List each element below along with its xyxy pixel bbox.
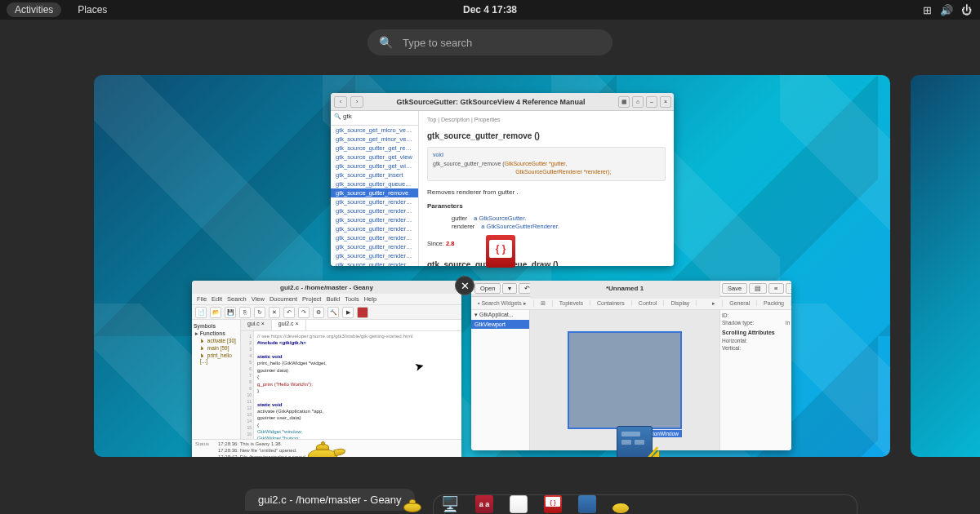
- places-menu[interactable]: Places: [78, 4, 107, 16]
- symbol-item[interactable]: gtk_source_gutter_renderer_draw: [331, 215, 418, 224]
- minimize-button[interactable]: –: [646, 96, 657, 108]
- glade-properties[interactable]: ID:Shadow type:in Scrolling Attributes H…: [719, 310, 791, 450]
- geany-editor[interactable]: gui.c ×gui2.c × 123456789101112131415161…: [241, 320, 461, 439]
- geany-menubar[interactable]: FileEditSearchViewDocumentProjectBuildTo…: [192, 294, 461, 305]
- geany-tabs[interactable]: gui.c ×gui2.c ×: [241, 320, 461, 331]
- proptab-general[interactable]: General: [723, 300, 757, 306]
- symbol-item[interactable]: gtk_source_gutter_queue_draw: [331, 179, 418, 188]
- menu-edit[interactable]: Edit: [212, 295, 222, 303]
- menu-document[interactable]: Document: [270, 295, 297, 303]
- geany-sidebar[interactable]: Symbols ▸ Functions ⏵ activate [30]⏵ mai…: [192, 320, 241, 439]
- window-glade[interactable]: Open ▾ ↶ ↷ *Unnamed 1 Save ▤ ≡ – × • Sea…: [471, 281, 791, 450]
- color-icon[interactable]: [357, 307, 368, 318]
- editor-tab[interactable]: gui2.c ×: [272, 320, 306, 330]
- symbol-item[interactable]: gtk_source_get_micro_version: [331, 126, 418, 135]
- open-file-icon[interactable]: 📂: [210, 307, 221, 318]
- close-button[interactable]: ×: [660, 96, 671, 108]
- dash-devhelp-icon[interactable]: [544, 495, 562, 513]
- minimize-button[interactable]: –: [786, 283, 792, 294]
- symbol-item[interactable]: gtk_source_gutter_renderer_get_alignme..…: [331, 233, 418, 242]
- palette-toplevels[interactable]: Toplevels: [553, 300, 590, 306]
- symbol-item[interactable]: gtk_source_gutter_renderer_get_padding: [331, 260, 418, 266]
- save-button[interactable]: Save: [722, 283, 747, 294]
- dash-files-icon[interactable]: [510, 495, 528, 513]
- symbol-item[interactable]: gtk_source_gutter_insert: [331, 171, 418, 179]
- devhelp-titlebar: ‹ › GtkSourceGutter: GtkSourceView 4 Ref…: [331, 93, 674, 111]
- open-button[interactable]: Open: [474, 283, 501, 294]
- palette-containers[interactable]: Containers: [590, 300, 632, 306]
- devhelp-sidebar: gtk gtk_source_get_micro_versiongtk_sour…: [331, 111, 419, 266]
- menu-help[interactable]: Help: [364, 295, 376, 303]
- symbol-item[interactable]: gtk_source_gutter_renderer_end: [331, 224, 418, 233]
- symbol-item[interactable]: gtk_source_gutter_get_renderer_at_pos: [331, 144, 418, 153]
- editor-tab[interactable]: gui.c ×: [241, 320, 272, 330]
- symbol-item[interactable]: gtk_source_gutter_remove: [331, 188, 418, 197]
- dash-geany-icon-2[interactable]: [612, 495, 632, 513]
- symbol-item[interactable]: gtk_source_gutter_renderer_activate: [331, 197, 418, 206]
- palette-display[interactable]: Display: [664, 300, 697, 306]
- recent-button[interactable]: ▾: [502, 283, 517, 294]
- symbol-item[interactable]: gtk_source_get_minor_version: [331, 135, 418, 144]
- run-icon[interactable]: ▶: [342, 307, 354, 318]
- menu-tools[interactable]: Tools: [345, 295, 359, 303]
- dash-glade-icon[interactable]: [578, 495, 596, 513]
- back-button[interactable]: ‹: [334, 96, 347, 108]
- devhelp-app-icon: [486, 235, 515, 268]
- glade-title: *Unnamed 1: [530, 281, 719, 299]
- save-all-icon[interactable]: ⎘: [239, 307, 251, 318]
- workspace-thumbnail[interactable]: ‹ › GtkSourceGutter: GtkSourceView 4 Ref…: [94, 75, 890, 457]
- glade-tree[interactable]: ▾ GtkApplicat... GtkViewport: [471, 310, 530, 450]
- glade-canvas[interactable]: GtkApplicationWindow: [568, 331, 682, 429]
- menu-search[interactable]: Search: [227, 295, 247, 303]
- activities-button[interactable]: Activities: [7, 2, 61, 17]
- tree-item[interactable]: GtkViewport: [471, 320, 529, 329]
- new-tab-button[interactable]: ▦: [618, 96, 630, 108]
- dash-terminal-icon[interactable]: 🖥️: [441, 495, 459, 513]
- geany-toolbar[interactable]: 📄 📂 💾 ⎘ ↻ ✕ ↶ ↷ ⚙ 🔨 ▶: [192, 305, 461, 320]
- reload-icon[interactable]: ↻: [254, 307, 265, 318]
- menu-project[interactable]: Project: [302, 295, 321, 303]
- symbol-item[interactable]: gtk_source_gutter_get_view: [331, 153, 418, 162]
- clock[interactable]: Dec 4 17:38: [463, 4, 517, 16]
- undo-icon[interactable]: ↶: [283, 307, 295, 318]
- volume-icon[interactable]: 🔊: [940, 4, 953, 16]
- proptab-packing[interactable]: Packing: [757, 300, 791, 306]
- compile-icon[interactable]: ⚙: [313, 307, 324, 318]
- glade-toolbar[interactable]: • Search Widgets ▸ ⊞ ToplevelsContainers…: [471, 297, 791, 310]
- preview-button[interactable]: ▤: [749, 283, 767, 294]
- symbol-fn[interactable]: ⏵ activate [30]: [194, 337, 238, 344]
- geany-app-icon: [306, 434, 345, 457]
- close-file-icon[interactable]: ✕: [269, 307, 280, 318]
- dash-dictionary-icon[interactable]: a a: [475, 495, 493, 513]
- overview-search[interactable]: 🔍 Type to search: [368, 29, 612, 55]
- home-button[interactable]: ⌂: [632, 96, 644, 108]
- tree-item[interactable]: ▾ GtkApplicat...: [471, 310, 529, 320]
- new-file-icon[interactable]: 📄: [195, 307, 207, 318]
- build-icon[interactable]: 🔨: [327, 307, 339, 318]
- palette-control[interactable]: Control: [632, 300, 665, 306]
- menu-view[interactable]: View: [252, 295, 265, 303]
- dash-geany-icon[interactable]: [403, 493, 425, 514]
- search-widgets[interactable]: • Search Widgets ▸: [471, 300, 534, 307]
- network-icon[interactable]: ⊞: [923, 4, 932, 16]
- menu-button[interactable]: ≡: [768, 283, 783, 294]
- function-heading: gtk_source_gutter_remove (): [427, 131, 666, 142]
- symbol-item[interactable]: gtk_source_gutter_renderer_begin: [331, 206, 418, 215]
- menu-build[interactable]: Build: [326, 295, 340, 303]
- power-icon[interactable]: ⏻: [961, 4, 972, 16]
- workspace-thumbnail-2[interactable]: [911, 75, 980, 457]
- symbol-fn[interactable]: ⏵ main [59]: [194, 344, 238, 352]
- symbol-fn[interactable]: ⏵ print_hello [...]: [194, 352, 238, 365]
- symbol-item[interactable]: gtk_source_gutter_renderer_get_alignme..…: [331, 242, 418, 251]
- save-icon[interactable]: 💾: [225, 307, 236, 318]
- symbol-item[interactable]: gtk_source_gutter_renderer_get_backgro..…: [331, 251, 418, 260]
- redo-icon[interactable]: ↷: [298, 307, 310, 318]
- menu-file[interactable]: File: [197, 295, 207, 303]
- forward-button[interactable]: ›: [350, 96, 363, 108]
- search-icon: 🔍: [379, 36, 393, 49]
- geany-code-area[interactable]: 1234567891011121314151617181920212223 //…: [241, 331, 461, 439]
- devhelp-search-input[interactable]: gtk: [331, 111, 418, 126]
- breadcrumb[interactable]: Top | Description | Properties: [427, 116, 666, 124]
- window-close-overlay[interactable]: ✕: [455, 276, 474, 295]
- symbol-item[interactable]: gtk_source_gutter_get_window_type: [331, 162, 418, 171]
